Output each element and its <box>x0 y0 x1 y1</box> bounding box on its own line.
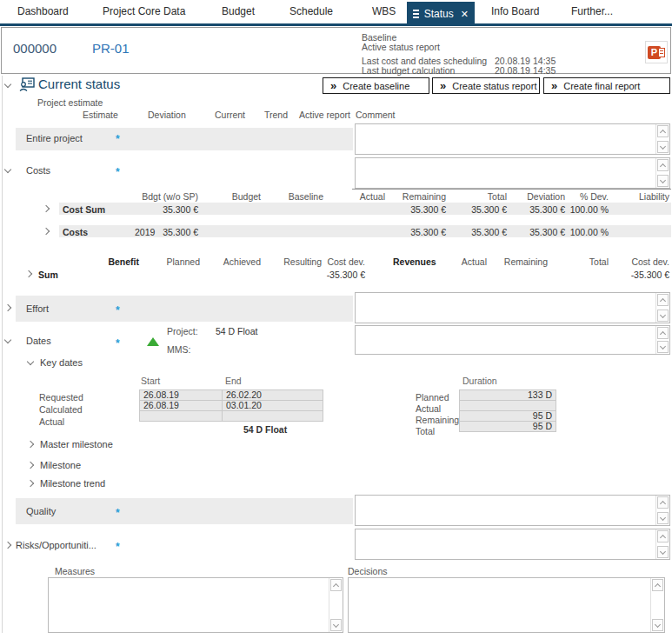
last-budget-date: 20.08.19 <box>495 65 530 76</box>
chevron-right-icon[interactable] <box>27 441 34 448</box>
costs-comment-box[interactable] <box>355 157 670 189</box>
decisions-label: Decisions <box>348 566 388 576</box>
tab-further[interactable]: Further... <box>571 0 613 23</box>
scrollbar[interactable] <box>655 326 669 354</box>
cost-sum-remaining: 35.300 € <box>376 204 446 215</box>
tab-status-active[interactable]: Status ✕ <box>407 2 475 26</box>
col-trend: Trend <box>264 110 288 120</box>
scroll-up-button[interactable] <box>657 159 669 171</box>
chevron-right-icon[interactable] <box>25 270 32 277</box>
measures-textarea[interactable] <box>48 577 343 633</box>
costs-label: Costs <box>26 165 50 176</box>
scroll-down-icon <box>333 621 339 627</box>
create-status-report-button[interactable]: » Create status report <box>432 77 540 94</box>
col-total: Total <box>539 256 609 267</box>
scroll-down-button[interactable] <box>657 175 669 187</box>
scroll-up-icon <box>660 535 666 541</box>
duration-actual-label: Actual <box>416 403 441 414</box>
scroll-up-button[interactable] <box>330 579 342 591</box>
effort-comment-box[interactable] <box>355 292 670 323</box>
scroll-down-button[interactable] <box>657 341 669 353</box>
scroll-up-button[interactable] <box>657 327 669 339</box>
quality-comment-box[interactable] <box>355 495 670 526</box>
scroll-down-button[interactable] <box>657 512 669 524</box>
last-budget-label: Last budget calculation <box>362 65 455 76</box>
tab-info-board[interactable]: Info Board <box>491 0 539 23</box>
menu-icon[interactable] <box>413 8 419 20</box>
float-note: 54 D Float <box>243 424 287 435</box>
create-baseline-button[interactable]: » Create baseline <box>323 77 429 94</box>
scroll-up-button[interactable] <box>657 530 669 542</box>
master-milestone-label[interactable]: Master milestone <box>40 439 113 449</box>
scroll-down-icon <box>660 143 666 149</box>
scroll-down-icon <box>660 548 666 554</box>
chevron-down-icon[interactable] <box>4 166 11 173</box>
scroll-up-button[interactable] <box>657 125 669 137</box>
scroll-down-button[interactable] <box>330 619 342 631</box>
tab-wbs[interactable]: WBS <box>372 0 396 23</box>
total-label: Total <box>416 426 435 436</box>
chevron-right-icon[interactable] <box>27 462 34 469</box>
col-budget: Budget <box>191 191 261 202</box>
scrollbar[interactable] <box>655 124 669 154</box>
scroll-down-icon <box>660 176 666 183</box>
scrollbar[interactable] <box>650 578 664 632</box>
project-number: 000000 <box>13 41 57 56</box>
scroll-down-button[interactable] <box>657 310 669 322</box>
scroll-down-icon <box>660 343 666 349</box>
close-icon[interactable]: ✕ <box>461 9 469 20</box>
tab-budget[interactable]: Budget <box>222 0 255 23</box>
cost-sum-bdgt: 35.300 € <box>129 204 198 215</box>
benefit-sum-cost-dev: -35.300 € <box>296 270 365 280</box>
chevron-down-icon[interactable] <box>4 336 11 343</box>
risks-comment-box[interactable] <box>355 529 670 560</box>
scroll-up-icon <box>660 331 666 337</box>
actual-start-cell[interactable] <box>139 410 223 422</box>
scroll-up-button[interactable] <box>657 496 669 509</box>
scrollbar[interactable] <box>655 158 669 188</box>
milestone-trend-label[interactable]: Milestone trend <box>40 478 105 489</box>
chevron-right-icon[interactable] <box>4 304 11 311</box>
scroll-up-button[interactable] <box>657 294 669 306</box>
dates-label: Dates <box>26 336 51 346</box>
tab-project-core-data[interactable]: Project Core Data <box>103 0 185 23</box>
col-remaining: Remaining <box>376 191 446 202</box>
project-id[interactable]: PR-01 <box>92 41 130 56</box>
entire-project-comment-box[interactable] <box>355 123 670 155</box>
milestone-label[interactable]: Milestone <box>40 460 81 470</box>
chevron-right-icon[interactable] <box>27 480 34 487</box>
dates-comment-box[interactable] <box>355 325 670 355</box>
scroll-down-button[interactable] <box>652 619 663 631</box>
total-duration-cell[interactable]: 95 D <box>459 421 556 432</box>
scroll-up-icon <box>660 130 666 136</box>
requested-label: Requested <box>39 392 83 403</box>
scrollbar[interactable] <box>655 529 669 559</box>
scroll-down-button[interactable] <box>657 141 669 153</box>
scroll-up-icon <box>655 583 661 589</box>
chevron-down-icon[interactable] <box>27 358 34 365</box>
double-chevron-icon: » <box>440 80 446 91</box>
actual-end-cell[interactable] <box>222 410 323 422</box>
planned-label: Planned <box>416 392 449 403</box>
scroll-up-icon <box>660 163 666 170</box>
chevron-down-icon[interactable] <box>4 81 11 88</box>
scroll-up-button[interactable] <box>652 579 663 591</box>
scrollbar[interactable] <box>329 578 343 632</box>
chevron-right-icon[interactable] <box>43 228 50 235</box>
scrollbar[interactable] <box>655 496 669 525</box>
scroll-down-button[interactable] <box>657 546 669 558</box>
scrollbar[interactable] <box>655 293 669 323</box>
key-dates-duration-header: Duration <box>462 376 497 386</box>
blue-asterisk-icon: * <box>116 166 120 178</box>
dates-project-float: 54 D Float <box>216 326 257 336</box>
col-estimate: Estimate <box>83 110 118 120</box>
decisions-textarea[interactable] <box>348 577 665 633</box>
powerpoint-icon[interactable]: P <box>645 41 668 63</box>
chevron-right-icon[interactable] <box>4 542 11 549</box>
col-baseline: Baseline <box>254 191 323 202</box>
tab-schedule[interactable]: Schedule <box>289 0 333 23</box>
tab-dashboard[interactable]: Dashboard <box>17 0 69 23</box>
chevron-right-icon[interactable] <box>43 205 50 212</box>
key-dates-end-header: End <box>225 376 242 386</box>
create-final-report-button[interactable]: » Create final report <box>543 77 670 94</box>
